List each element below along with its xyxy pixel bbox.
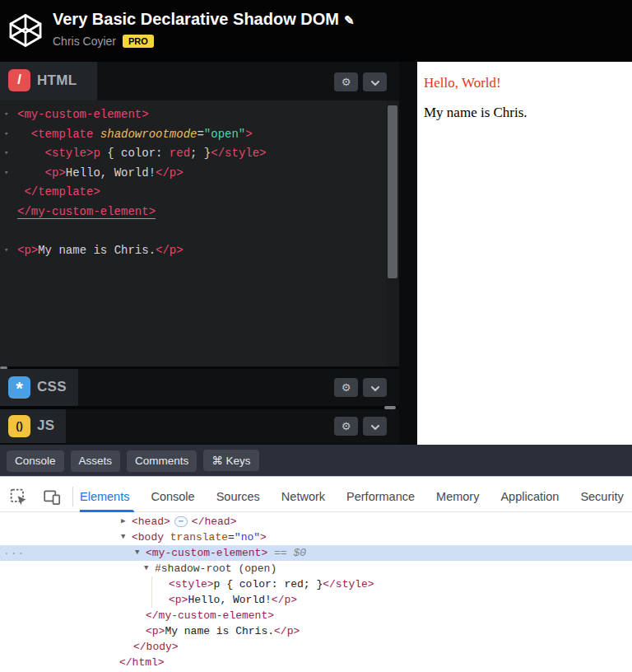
expanded-arrow-icon[interactable]: ▼ [121, 530, 125, 545]
code-token: <my-custom-element> [17, 108, 149, 121]
dom-token: </head> [192, 516, 237, 528]
dom-row[interactable]: <style>p { color: red; }</style> [0, 576, 632, 592]
code-line[interactable] [0, 222, 399, 241]
code-token: <style> [45, 147, 94, 160]
edit-title-pencil-icon[interactable]: ✎ [344, 13, 355, 28]
dom-token: $0 [293, 547, 306, 559]
row-overflow-dots-icon[interactable]: ... [3, 544, 25, 559]
dom-token: Hello, World! [188, 594, 271, 606]
code-line[interactable]: ▾<my-custom-element> [0, 105, 399, 125]
device-toolbar-icon[interactable] [43, 488, 63, 506]
dom-token: p { color: red; } [214, 578, 323, 590]
code-token: ; } [190, 147, 211, 160]
dom-row[interactable]: ▼#shadow-root (open) [0, 561, 632, 576]
comments-button[interactable]: Comments [127, 450, 197, 472]
dom-token: </p> [272, 594, 297, 606]
pro-badge: PRO [123, 35, 154, 48]
code-token: My name is Chris. [38, 244, 156, 257]
html-collapse-chevron-icon[interactable] [363, 72, 387, 91]
dom-row[interactable]: <p>Hello, World!</p> [0, 592, 632, 608]
dom-row[interactable]: ▼<body translate="no"> [0, 530, 632, 545]
css-settings-gear-icon[interactable]: ⚙ [334, 378, 358, 397]
devtools-tab-application[interactable]: Application [500, 482, 559, 512]
--keys-button[interactable]: ⌘ Keys [203, 450, 258, 471]
js-settings-gear-icon[interactable]: ⚙ [334, 417, 358, 436]
pen-author[interactable]: Chris CoyierPRO [53, 35, 154, 48]
fold-toggle-icon[interactable]: ▾ [4, 144, 8, 164]
dom-row[interactable]: </my-custom-element> [0, 608, 632, 623]
preview-name-text: My name is Chris. [424, 105, 625, 121]
code-line[interactable]: ▾ <style>p { color: red; }</style> [0, 144, 399, 164]
dom-token: My name is Chris. [165, 625, 274, 637]
fold-toggle-icon[interactable]: ▾ [4, 241, 8, 261]
js-parens-icon: () [8, 415, 30, 437]
expanded-arrow-icon[interactable]: ▼ [135, 545, 139, 561]
elements-dom-tree: ▶<head>⋯</head>▼<body translate="no">...… [0, 514, 632, 672]
code-line[interactable]: ▾<p>My name is Chris.</p> [0, 241, 399, 261]
code-token [17, 147, 45, 160]
editor-scrollbar-thumb[interactable] [388, 105, 397, 278]
dom-token: #shadow-root (open) [155, 562, 276, 575]
dom-row[interactable]: </body> [0, 639, 632, 655]
code-token: Hello, World! [66, 166, 156, 180]
devtools-tab-memory[interactable]: Memory [436, 482, 479, 512]
code-token: "open" [204, 128, 245, 141]
code-token: </p> [156, 244, 184, 257]
devtools-panel: ElementsConsoleSourcesNetworkPerformance… [0, 476, 632, 672]
fold-toggle-icon[interactable]: ▾ [4, 125, 8, 145]
devtools-tab-security[interactable]: Security [580, 482, 623, 512]
code-token: <p> [45, 166, 66, 180]
collapsed-arrow-icon[interactable]: ▶ [121, 514, 125, 530]
css-asterisk-icon: * [8, 376, 30, 399]
devtools-tab-console[interactable]: Console [151, 482, 194, 512]
inspect-element-icon[interactable] [10, 488, 28, 506]
dom-row[interactable]: ...▼<my-custom-element> == $0 [0, 545, 632, 561]
code-line[interactable]: </template> [0, 183, 399, 203]
code-token: <template [31, 128, 100, 141]
dom-token: <my-custom-element> [146, 547, 267, 559]
html-panel-label: HTML [37, 72, 77, 89]
app-header: Very Basic Declarative Shadow DOM✎ Chris… [0, 0, 632, 62]
dom-token: </style> [323, 578, 374, 590]
code-token: red [170, 147, 190, 160]
expanded-arrow-icon[interactable]: ▼ [144, 561, 148, 576]
code-line[interactable]: ▾ <p>Hello, World!</p> [0, 164, 399, 184]
js-panel-header: () JS ⚙ [0, 409, 399, 443]
devtools-tab-network[interactable]: Network [281, 482, 325, 512]
console-button[interactable]: Console [7, 450, 64, 472]
shadow-root-guide-line [151, 592, 152, 608]
toolbar-separator [72, 487, 73, 506]
code-line[interactable]: ▾ <template shadowrootmode="open"> [0, 125, 399, 145]
dom-row[interactable]: ▶<head>⋯</head> [0, 514, 632, 530]
codepen-logo-icon[interactable] [8, 13, 43, 48]
dom-token: </p> [274, 625, 300, 637]
pen-title: Very Basic Declarative Shadow DOM✎ [53, 10, 355, 29]
code-line[interactable]: </my-custom-element> [0, 203, 399, 222]
devtools-tab-sources[interactable]: Sources [216, 482, 260, 512]
css-collapse-chevron-icon[interactable] [363, 378, 387, 397]
devtools-tab-elements[interactable]: Elements [80, 482, 129, 512]
dom-row[interactable]: <p>My name is Chris.</p> [0, 623, 632, 639]
html-settings-gear-icon[interactable]: ⚙ [334, 72, 358, 91]
dom-token: <p> [169, 594, 188, 606]
editor-footer-bar: ConsoleAssetsComments⌘ Keys [0, 445, 632, 476]
code-token: <p> [17, 244, 38, 257]
devtools-tab-performance[interactable]: Performance [346, 482, 415, 512]
html-code-editor[interactable]: ▾<my-custom-element>▾ <template shadowro… [0, 100, 399, 366]
fold-toggle-icon[interactable]: ▾ [4, 105, 8, 125]
code-token [17, 128, 31, 141]
assets-button[interactable]: Assets [71, 450, 121, 472]
dom-token: <p> [146, 625, 165, 637]
code-token: = [197, 128, 203, 141]
editor-scrollbar[interactable] [386, 100, 399, 366]
js-collapse-chevron-icon[interactable] [363, 417, 387, 436]
preview-hello-text: Hello, World! [424, 75, 625, 91]
css-panel-label: CSS [37, 379, 67, 395]
code-token: </my-custom-element> [17, 205, 156, 219]
code-token: </style> [211, 147, 266, 160]
dom-token: </html> [119, 656, 165, 669]
dom-row[interactable]: </html> [0, 655, 632, 670]
css-panel-header: * CSS ⚙ [0, 369, 399, 406]
fold-toggle-icon[interactable]: ▾ [4, 164, 8, 184]
collapsed-children-ellipsis-icon[interactable]: ⋯ [174, 516, 188, 527]
